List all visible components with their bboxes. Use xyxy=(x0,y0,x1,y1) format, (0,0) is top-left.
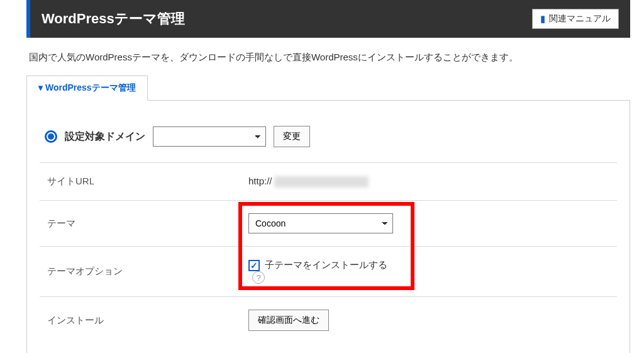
site-url-prefix: http:// xyxy=(248,176,272,186)
tab-label: WordPressテーマ管理 xyxy=(45,82,136,92)
form-container: サイトURL http:// テーマ Cocoon テーマオプション xyxy=(40,163,617,344)
help-icon[interactable]: ? xyxy=(252,271,265,284)
domain-label: 設定対象ドメイン xyxy=(65,130,145,143)
site-url-redacted xyxy=(274,176,369,188)
checkbox-checked-icon: ✓ xyxy=(248,260,260,271)
change-button[interactable]: 変更 xyxy=(274,126,310,147)
form-table: サイトURL http:// テーマ Cocoon テーマオプション xyxy=(40,163,617,344)
domain-radio[interactable] xyxy=(45,130,57,143)
theme-label: テーマ xyxy=(40,201,241,247)
related-manual-label: 関連マニュアル xyxy=(549,13,611,25)
proceed-confirm-button[interactable]: 確認画面へ進む xyxy=(248,310,329,331)
tab-bar: ▾WordPressテーマ管理 xyxy=(26,75,630,101)
book-icon: ▮ xyxy=(540,13,545,25)
child-theme-checkbox-label: 子テーマをインストールする xyxy=(265,259,387,271)
header-bar: WordPressテーマ管理 ▮ 関連マニュアル xyxy=(26,0,630,38)
tab-wordpress-theme[interactable]: ▾WordPressテーマ管理 xyxy=(26,76,148,101)
install-label: インストール xyxy=(40,297,241,344)
related-manual-button[interactable]: ▮ 関連マニュアル xyxy=(532,9,619,29)
row-site-url: サイトURL http:// xyxy=(40,163,617,201)
page-title: WordPressテーマ管理 xyxy=(42,9,185,28)
row-theme: テーマ Cocoon xyxy=(40,201,617,247)
row-install: インストール 確認画面へ進む xyxy=(40,297,617,344)
domain-row: 設定対象ドメイン 変更 xyxy=(40,121,617,163)
site-url-label: サイトURL xyxy=(40,163,241,201)
settings-panel: 設定対象ドメイン 変更 サイトURL http:// テーマ xyxy=(26,101,630,353)
theme-option-label: テーマオプション xyxy=(40,247,241,297)
theme-select[interactable]: Cocoon xyxy=(248,213,393,233)
child-theme-checkbox-wrap[interactable]: ✓ 子テーマをインストールする xyxy=(248,259,609,271)
row-theme-option: テーマオプション ✓ 子テーマをインストールする ? xyxy=(40,247,617,297)
intro-text: 国内で人気のWordPressテーマを、ダウンロードの手間なしで直接WordPr… xyxy=(29,52,628,64)
chevron-down-icon: ▾ xyxy=(38,82,43,92)
domain-select[interactable] xyxy=(153,126,266,147)
